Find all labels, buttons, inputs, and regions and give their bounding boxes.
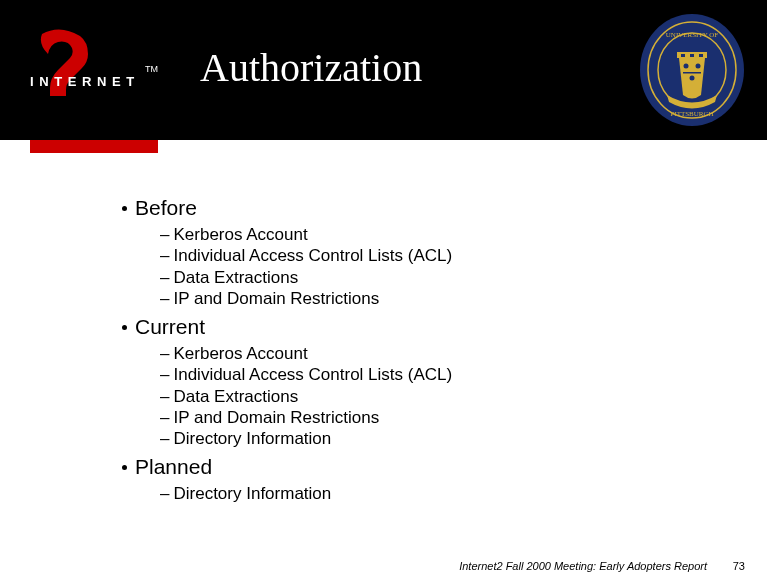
internet2-logo: I N T E R N E T TM xyxy=(30,28,160,100)
svg-point-10 xyxy=(690,76,695,81)
sub-list: –Kerberos Account –Individual Access Con… xyxy=(160,224,700,309)
svg-rect-5 xyxy=(681,54,685,57)
section-label: Before xyxy=(135,196,197,220)
dash-icon: – xyxy=(160,407,169,428)
section-heading: Before xyxy=(120,196,700,220)
list-item: –Kerberos Account xyxy=(160,224,700,245)
list-item: –IP and Domain Restrictions xyxy=(160,407,700,428)
dash-icon: – xyxy=(160,343,169,364)
slide-title: Authorization xyxy=(200,44,422,91)
list-item: –Directory Information xyxy=(160,428,700,449)
list-item: –Individual Access Control Lists (ACL) xyxy=(160,245,700,266)
bullet-icon xyxy=(122,206,127,211)
bullet-icon xyxy=(122,465,127,470)
svg-point-8 xyxy=(684,64,689,69)
slide-header: I N T E R N E T TM Authorization UNIVERS… xyxy=(0,0,767,140)
section-current: Current –Kerberos Account –Individual Ac… xyxy=(120,315,700,449)
bullet-icon xyxy=(122,325,127,330)
list-item: –Data Extractions xyxy=(160,386,700,407)
list-item: –Directory Information xyxy=(160,483,700,504)
list-item: –IP and Domain Restrictions xyxy=(160,288,700,309)
list-item: –Kerberos Account xyxy=(160,343,700,364)
svg-point-9 xyxy=(696,64,701,69)
slide-body: Before –Kerberos Account –Individual Acc… xyxy=(120,196,700,511)
svg-text:PITTSBURGH: PITTSBURGH xyxy=(670,110,713,118)
svg-rect-6 xyxy=(690,54,694,57)
university-seal-logo: UNIVERSITY OF PITTSBURGH xyxy=(637,10,747,134)
svg-text:TM: TM xyxy=(145,64,158,74)
section-before: Before –Kerberos Account –Individual Acc… xyxy=(120,196,700,309)
sub-list: –Kerberos Account –Individual Access Con… xyxy=(160,343,700,449)
section-heading: Planned xyxy=(120,455,700,479)
sub-list: –Directory Information xyxy=(160,483,700,504)
svg-rect-7 xyxy=(699,54,703,57)
list-item: –Individual Access Control Lists (ACL) xyxy=(160,364,700,385)
section-label: Current xyxy=(135,315,205,339)
section-planned: Planned –Directory Information xyxy=(120,455,700,504)
dash-icon: – xyxy=(160,428,169,449)
dash-icon: – xyxy=(160,386,169,407)
svg-rect-11 xyxy=(683,72,701,74)
accent-bar xyxy=(30,140,158,153)
dash-icon: – xyxy=(160,245,169,266)
footer-caption: Internet2 Fall 2000 Meeting: Early Adopt… xyxy=(459,560,707,572)
dash-icon: – xyxy=(160,364,169,385)
list-item: –Data Extractions xyxy=(160,267,700,288)
section-heading: Current xyxy=(120,315,700,339)
dash-icon: – xyxy=(160,288,169,309)
dash-icon: – xyxy=(160,224,169,245)
svg-text:UNIVERSITY OF: UNIVERSITY OF xyxy=(666,31,719,39)
svg-text:I N T E R N E T: I N T E R N E T xyxy=(30,74,135,89)
page-number: 73 xyxy=(733,560,745,572)
dash-icon: – xyxy=(160,483,169,504)
dash-icon: – xyxy=(160,267,169,288)
section-label: Planned xyxy=(135,455,212,479)
